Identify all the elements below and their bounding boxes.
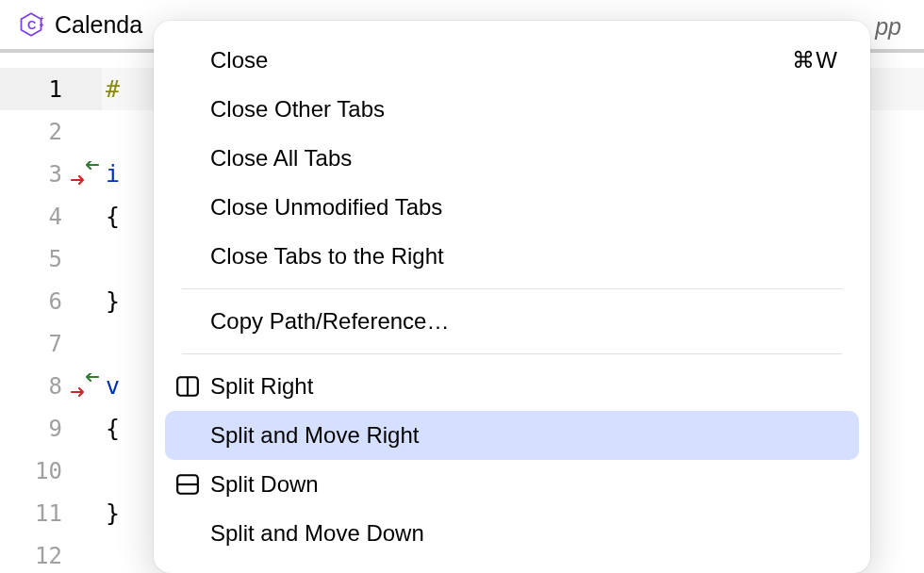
gutter-row: 3 bbox=[0, 153, 102, 195]
cpp-file-icon: C + + bbox=[17, 10, 45, 39]
code-token: v bbox=[106, 372, 120, 400]
gutter-row: 4 bbox=[0, 195, 102, 237]
menu-item-split-down[interactable]: Split Down bbox=[165, 460, 859, 509]
line-number: 9 bbox=[49, 416, 62, 442]
code-token: # bbox=[106, 75, 120, 103]
gutter-row: 10 bbox=[0, 450, 102, 492]
menu-item-split-right[interactable]: Split Right bbox=[165, 362, 859, 411]
menu-item-split-and-move-down[interactable]: Split and Move Down bbox=[165, 509, 859, 558]
line-number: 4 bbox=[49, 204, 62, 230]
menu-item-copy-path-reference[interactable]: Copy Path/Reference… bbox=[165, 297, 859, 346]
merge-arrows-icon[interactable] bbox=[70, 161, 100, 188]
line-number: 2 bbox=[49, 119, 62, 145]
line-number: 12 bbox=[35, 543, 62, 569]
line-number: 7 bbox=[49, 331, 62, 357]
tab-context-menu: Close⌘WClose Other TabsClose All TabsClo… bbox=[154, 21, 870, 573]
menu-item-close-tabs-to-the-right[interactable]: Close Tabs to the Right bbox=[165, 232, 859, 281]
menu-separator bbox=[182, 353, 842, 354]
line-number: 8 bbox=[49, 373, 62, 400]
code-token: { bbox=[106, 415, 120, 442]
line-number: 10 bbox=[35, 458, 62, 484]
menu-shortcut: ⌘W bbox=[792, 47, 838, 74]
line-number: 3 bbox=[49, 161, 62, 188]
gutter: 123456789101112 bbox=[0, 53, 102, 569]
code-token: } bbox=[106, 499, 120, 527]
line-number: 1 bbox=[49, 76, 62, 103]
merge-arrows-icon[interactable] bbox=[70, 373, 100, 400]
menu-item-split-and-move-right[interactable]: Split and Move Right bbox=[165, 411, 859, 460]
tab-title[interactable]: Calenda bbox=[55, 11, 142, 39]
menu-separator bbox=[182, 288, 842, 289]
line-number: 6 bbox=[49, 288, 62, 315]
gutter-row: 2 bbox=[0, 110, 102, 153]
gutter-row: 1 bbox=[0, 68, 102, 110]
code-token: i bbox=[106, 160, 120, 188]
menu-item-close-all-tabs[interactable]: Close All Tabs bbox=[165, 134, 859, 183]
gutter-row: 12 bbox=[0, 534, 102, 573]
gutter-row: 9 bbox=[0, 407, 102, 450]
menu-item-close-unmodified-tabs[interactable]: Close Unmodified Tabs bbox=[165, 183, 859, 232]
svg-text:C: C bbox=[27, 18, 36, 32]
line-number: 11 bbox=[35, 500, 62, 527]
gutter-row: 11 bbox=[0, 492, 102, 534]
gutter-row: 5 bbox=[0, 237, 102, 280]
menu-item-label: Copy Path/Reference… bbox=[210, 308, 449, 335]
menu-item-label: Close Other Tabs bbox=[210, 96, 385, 123]
split-down-icon bbox=[174, 471, 201, 498]
tab-title-suffix: pp bbox=[875, 13, 901, 41]
menu-item-label: Split and Move Down bbox=[210, 520, 424, 547]
menu-item-close-other-tabs[interactable]: Close Other Tabs bbox=[165, 85, 859, 134]
menu-item-label: Split and Move Right bbox=[210, 422, 419, 449]
line-number: 5 bbox=[49, 246, 62, 272]
menu-item-label: Close bbox=[210, 47, 268, 74]
code-token: } bbox=[106, 287, 120, 315]
menu-item-label: Split Down bbox=[210, 471, 319, 498]
menu-item-label: Close All Tabs bbox=[210, 145, 352, 172]
split-right-icon bbox=[174, 373, 201, 400]
menu-item-label: Close Unmodified Tabs bbox=[210, 194, 442, 221]
code-token: { bbox=[106, 203, 120, 230]
menu-item-label: Close Tabs to the Right bbox=[210, 243, 444, 270]
gutter-row: 6 bbox=[0, 280, 102, 322]
gutter-row: 7 bbox=[0, 322, 102, 365]
menu-item-close[interactable]: Close⌘W bbox=[165, 36, 859, 85]
gutter-row: 8 bbox=[0, 365, 102, 407]
menu-item-label: Split Right bbox=[210, 373, 313, 400]
svg-text:+: + bbox=[40, 22, 44, 30]
